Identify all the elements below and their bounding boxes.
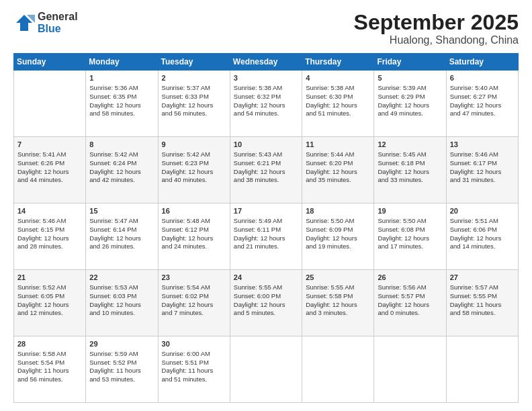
day-number: 13 [450,140,515,150]
table-row: 7Sunrise: 5:41 AMSunset: 6:26 PMDaylight… [14,137,86,203]
day-number: 10 [234,140,298,150]
table-row [14,71,86,137]
page: General Blue September 2025 Hualong, Sha… [0,0,532,411]
table-row: 6Sunrise: 5:40 AMSunset: 6:27 PMDaylight… [446,71,518,137]
header: General Blue September 2025 Hualong, Sha… [13,11,519,46]
logo: General Blue [13,11,78,34]
table-row: 12Sunrise: 5:45 AMSunset: 6:18 PMDayligh… [374,137,446,203]
table-row: 10Sunrise: 5:43 AMSunset: 6:21 PMDayligh… [230,137,302,203]
table-row: 20Sunrise: 5:51 AMSunset: 6:06 PMDayligh… [446,203,518,270]
day-number: 6 [450,73,515,83]
header-wednesday: Wednesday [230,54,302,71]
header-thursday: Thursday [302,54,374,71]
table-row [446,336,518,403]
calendar-week-row: 28Sunrise: 5:58 AMSunset: 5:54 PMDayligh… [14,336,519,403]
day-number: 23 [162,273,226,283]
table-row: 26Sunrise: 5:56 AMSunset: 5:57 PMDayligh… [374,270,446,336]
day-number: 18 [306,206,370,216]
day-number: 4 [306,73,370,83]
table-row: 14Sunrise: 5:46 AMSunset: 6:15 PMDayligh… [14,203,86,270]
table-row: 5Sunrise: 5:39 AMSunset: 6:29 PMDaylight… [374,71,446,137]
calendar-week-row: 14Sunrise: 5:46 AMSunset: 6:15 PMDayligh… [14,203,519,270]
day-number: 24 [234,273,298,283]
day-number: 15 [89,206,154,216]
day-number: 3 [234,73,298,83]
table-row: 1Sunrise: 5:36 AMSunset: 6:35 PMDaylight… [86,71,158,137]
day-number: 11 [306,140,370,150]
table-row: 18Sunrise: 5:50 AMSunset: 6:09 PMDayligh… [302,203,374,270]
day-number: 20 [450,206,515,216]
day-number: 16 [162,206,226,216]
table-row: 17Sunrise: 5:49 AMSunset: 6:11 PMDayligh… [230,203,302,270]
header-friday: Friday [374,54,446,71]
table-row: 3Sunrise: 5:38 AMSunset: 6:32 PMDaylight… [230,71,302,137]
day-number: 29 [89,339,154,349]
day-number: 5 [378,73,442,83]
table-row: 19Sunrise: 5:50 AMSunset: 6:08 PMDayligh… [374,203,446,270]
logo-icon [13,12,35,34]
day-number: 25 [306,273,370,283]
logo-text: General Blue [38,11,78,34]
day-number: 27 [450,273,515,283]
day-number: 9 [162,140,226,150]
table-row: 8Sunrise: 5:42 AMSunset: 6:24 PMDaylight… [86,137,158,203]
day-number: 26 [378,273,442,283]
table-row: 23Sunrise: 5:54 AMSunset: 6:02 PMDayligh… [158,270,230,336]
logo-blue: Blue [38,23,78,35]
header-tuesday: Tuesday [158,54,230,71]
day-number: 12 [378,140,442,150]
calendar-table: Sunday Monday Tuesday Wednesday Thursday… [13,53,519,403]
table-row: 21Sunrise: 5:52 AMSunset: 6:05 PMDayligh… [14,270,86,336]
title-block: September 2025 Hualong, Shandong, China [354,11,519,46]
day-number: 21 [17,273,82,283]
day-number: 8 [89,140,154,150]
day-number: 22 [89,273,154,283]
day-number: 17 [234,206,298,216]
table-row: 24Sunrise: 5:55 AMSunset: 6:00 PMDayligh… [230,270,302,336]
logo-general: General [38,11,78,23]
calendar-week-row: 7Sunrise: 5:41 AMSunset: 6:26 PMDaylight… [14,137,519,203]
subtitle: Hualong, Shandong, China [354,34,519,46]
table-row: 29Sunrise: 5:59 AMSunset: 5:52 PMDayligh… [86,336,158,403]
day-number: 2 [162,73,226,83]
day-number: 14 [17,206,82,216]
table-row [374,336,446,403]
header-monday: Monday [86,54,158,71]
calendar-header-row: Sunday Monday Tuesday Wednesday Thursday… [14,54,519,71]
table-row: 25Sunrise: 5:55 AMSunset: 5:58 PMDayligh… [302,270,374,336]
day-number: 28 [17,339,82,349]
table-row [302,336,374,403]
table-row: 2Sunrise: 5:37 AMSunset: 6:33 PMDaylight… [158,71,230,137]
table-row: 30Sunrise: 6:00 AMSunset: 5:51 PMDayligh… [158,336,230,403]
table-row: 22Sunrise: 5:53 AMSunset: 6:03 PMDayligh… [86,270,158,336]
table-row: 13Sunrise: 5:46 AMSunset: 6:17 PMDayligh… [446,137,518,203]
table-row: 16Sunrise: 5:48 AMSunset: 6:12 PMDayligh… [158,203,230,270]
table-row: 4Sunrise: 5:38 AMSunset: 6:30 PMDaylight… [302,71,374,137]
header-sunday: Sunday [14,54,86,71]
calendar-week-row: 1Sunrise: 5:36 AMSunset: 6:35 PMDaylight… [14,71,519,137]
table-row: 27Sunrise: 5:57 AMSunset: 5:55 PMDayligh… [446,270,518,336]
day-number: 7 [17,140,82,150]
table-row [230,336,302,403]
day-number: 30 [162,339,226,349]
table-row: 28Sunrise: 5:58 AMSunset: 5:54 PMDayligh… [14,336,86,403]
day-number: 19 [378,206,442,216]
calendar-week-row: 21Sunrise: 5:52 AMSunset: 6:05 PMDayligh… [14,270,519,336]
table-row: 9Sunrise: 5:42 AMSunset: 6:23 PMDaylight… [158,137,230,203]
header-saturday: Saturday [446,54,518,71]
month-title: September 2025 [354,11,519,34]
table-row: 15Sunrise: 5:47 AMSunset: 6:14 PMDayligh… [86,203,158,270]
day-number: 1 [89,73,154,83]
table-row: 11Sunrise: 5:44 AMSunset: 6:20 PMDayligh… [302,137,374,203]
